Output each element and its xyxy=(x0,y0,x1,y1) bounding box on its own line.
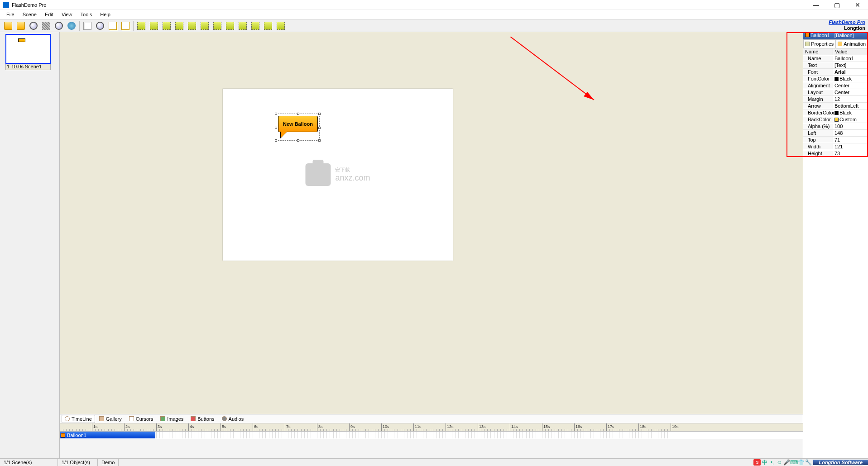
select-tool-3[interactable] xyxy=(161,20,173,31)
resize-handle[interactable] xyxy=(318,139,321,142)
property-value[interactable]: Black xyxy=(833,76,868,81)
resize-handle[interactable] xyxy=(275,127,277,129)
zoom-button[interactable] xyxy=(53,20,65,31)
resize-handle[interactable] xyxy=(275,113,277,115)
select-tool-11[interactable] xyxy=(262,20,274,31)
preview-button[interactable] xyxy=(28,20,39,31)
menu-file[interactable]: File xyxy=(3,11,18,18)
resize-handle[interactable] xyxy=(297,113,299,115)
property-value[interactable]: [Text] xyxy=(833,62,868,68)
property-value[interactable]: 12 xyxy=(833,96,868,102)
select-tool-9[interactable] xyxy=(237,20,249,31)
select-tool-5[interactable] xyxy=(186,20,198,31)
tab-buttons[interactable]: Buttons xyxy=(187,415,217,423)
property-value[interactable]: Balloon1 xyxy=(833,56,868,61)
property-row-name[interactable]: NameBalloon1 xyxy=(803,55,868,62)
record-button[interactable] xyxy=(40,20,52,31)
property-row-text[interactable]: Text[Text] xyxy=(803,62,868,69)
select-tool-12[interactable] xyxy=(275,20,287,31)
property-value[interactable]: Center xyxy=(833,83,868,88)
scene-time: 10.0s xyxy=(11,64,24,70)
property-value[interactable]: 71 xyxy=(833,137,868,143)
scene-thumbnail[interactable] xyxy=(5,34,51,64)
menu-help[interactable]: Help xyxy=(96,11,114,18)
property-row-font[interactable]: FontArial xyxy=(803,69,868,76)
property-row-fontcolor[interactable]: FontColorBlack xyxy=(803,76,868,82)
property-value[interactable]: BottomLeft xyxy=(833,103,868,109)
timeline-ruler[interactable]: 1s2s3s4s5s6s7s8s9s10s11s12s13s14s15s16s1… xyxy=(60,423,803,432)
select-tool-1[interactable] xyxy=(135,20,147,31)
minimize-button[interactable]: — xyxy=(806,0,826,10)
tab-images[interactable]: Images xyxy=(157,415,187,423)
brand-link[interactable]: FlashDemo Pro xyxy=(829,19,865,25)
timeline-tracks[interactable]: Balloon1 xyxy=(60,432,803,439)
menu-scene[interactable]: Scene xyxy=(19,11,40,18)
tab-properties[interactable]: Properties xyxy=(803,39,836,48)
new-page-button[interactable] xyxy=(82,20,93,31)
property-row-width[interactable]: Width121 xyxy=(803,143,868,150)
tab-timeline[interactable]: TimeLine xyxy=(62,415,95,423)
property-row-backcolor[interactable]: BackColorCustom xyxy=(803,116,868,123)
property-row-alpha[interactable]: Alpha (%)100 xyxy=(803,123,868,130)
select-icon xyxy=(213,22,221,30)
tab-animation[interactable]: Animation xyxy=(836,39,868,48)
select-tool-7[interactable] xyxy=(211,20,223,31)
ime-main-icon[interactable]: S xyxy=(753,459,761,466)
property-value[interactable]: Black xyxy=(833,110,868,115)
select-tool-10[interactable] xyxy=(249,20,261,31)
property-row-margin[interactable]: Margin12 xyxy=(803,96,868,103)
ime-punct-icon[interactable]: •, xyxy=(769,459,775,466)
property-row-top[interactable]: Top71 xyxy=(803,137,868,143)
page[interactable]: 安下载 anxz.com New Balloon xyxy=(223,89,453,261)
select-tool-8[interactable] xyxy=(224,20,236,31)
copy-button[interactable] xyxy=(107,20,119,31)
timeline-track-balloon1[interactable]: Balloon1 xyxy=(60,432,155,438)
menu-edit[interactable]: Edit xyxy=(41,11,57,18)
select-tool-2[interactable] xyxy=(148,20,160,31)
tab-gallery[interactable]: Gallery xyxy=(96,415,125,423)
balloon-object[interactable]: New Balloon xyxy=(278,116,318,132)
property-value[interactable]: Custom xyxy=(833,117,868,122)
property-row-alignment[interactable]: AlignmentCenter xyxy=(803,82,868,89)
select-tool-4[interactable] xyxy=(173,20,185,31)
ime-keyboard-icon[interactable]: ⌨ xyxy=(791,459,797,466)
ime-mic-icon[interactable]: 🎤 xyxy=(783,459,790,466)
property-value[interactable]: Center xyxy=(833,90,868,95)
balloon-track-icon xyxy=(61,433,65,437)
menu-tools[interactable]: Tools xyxy=(77,11,96,18)
resize-handle[interactable] xyxy=(318,127,321,129)
tab-audios[interactable]: Audios xyxy=(219,415,247,423)
paste-button[interactable] xyxy=(120,20,131,31)
canvas-area[interactable]: 安下载 anxz.com New Balloon xyxy=(60,32,803,458)
footer-brand[interactable]: Longtion Software xyxy=(813,460,868,465)
property-row-left[interactable]: Left148 xyxy=(803,130,868,137)
menu-view[interactable]: View xyxy=(58,11,76,18)
web-button[interactable] xyxy=(66,20,77,31)
ime-lang-icon[interactable]: 中 xyxy=(762,459,768,466)
resize-handle[interactable] xyxy=(297,139,299,142)
property-row-height[interactable]: Height73 xyxy=(803,150,868,157)
scene-label[interactable]: 1 10.0s Scene1 xyxy=(5,64,51,70)
balloon-selection[interactable]: New Balloon xyxy=(276,114,320,141)
open-button[interactable] xyxy=(2,20,14,31)
property-value[interactable]: 148 xyxy=(833,130,868,136)
property-row-arrow[interactable]: ArrowBottomLeft xyxy=(803,103,868,109)
ime-emoji-icon[interactable]: ☺ xyxy=(776,459,782,466)
select-tool-6[interactable] xyxy=(199,20,211,31)
resize-handle[interactable] xyxy=(318,113,321,115)
ime-tool-icon[interactable]: 🔧 xyxy=(805,459,811,466)
maximize-button[interactable]: ▢ xyxy=(826,0,847,10)
find-button[interactable] xyxy=(94,20,106,31)
property-value[interactable]: Arial xyxy=(833,69,868,75)
close-button[interactable]: ✕ xyxy=(847,0,868,10)
property-value[interactable]: 73 xyxy=(833,151,868,156)
property-value[interactable]: 121 xyxy=(833,144,868,149)
select-icon xyxy=(226,22,234,30)
property-row-bordercolor[interactable]: BorderColorBlack xyxy=(803,109,868,116)
property-row-layout[interactable]: LayoutCenter xyxy=(803,89,868,96)
property-value[interactable]: 100 xyxy=(833,124,868,129)
resize-handle[interactable] xyxy=(275,139,277,142)
tab-cursors[interactable]: Cursors xyxy=(126,415,157,423)
ime-skin-icon[interactable]: 👕 xyxy=(798,459,804,466)
save-button[interactable] xyxy=(15,20,27,31)
